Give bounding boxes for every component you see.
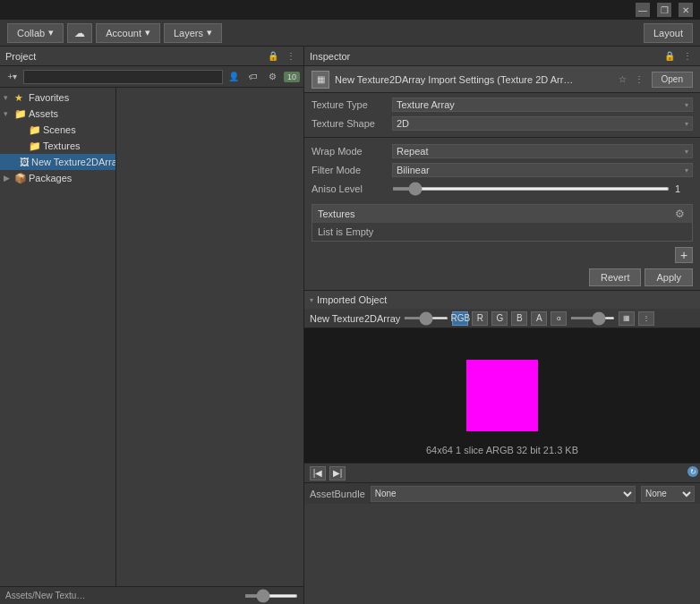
texture-type-row: Texture Type Texture Array ▾ — [312, 97, 693, 113]
assets-item[interactable]: ▾ 📁 Assets — [0, 106, 115, 122]
texture-asset-icon: 🖼 — [20, 157, 30, 167]
apply-button[interactable]: Apply — [645, 268, 693, 286]
textures-folder-icon: 📁 — [29, 140, 41, 152]
aniso-slider-field: 1 — [392, 183, 693, 194]
wrap-mode-row: Wrap Mode Repeat ▾ — [312, 143, 693, 159]
tag-badge: 10 — [284, 72, 300, 82]
texture-shape-row: Texture Shape 2D ▾ — [312, 115, 693, 132]
collab-label: Collab — [17, 28, 45, 38]
texture-preview — [466, 360, 538, 431]
main-layout: Project 🔒 ⋮ +▾ 👤 🏷 ⚙ 10 ▾ ★ Favorites — [0, 47, 700, 604]
inspector-icon-buttons: ☆ ⋮ — [616, 72, 646, 87]
account-arrow-icon: ▾ — [145, 27, 150, 38]
filter-icon-button[interactable]: ⚙ — [264, 69, 282, 85]
channel-slider[interactable] — [404, 317, 448, 319]
collab-button[interactable]: Collab ▾ — [7, 23, 64, 43]
textures-section: Textures ⚙ List is Empty — [312, 204, 693, 242]
textures-gear-button[interactable]: ⚙ — [672, 207, 687, 221]
new-texture-item[interactable]: 🖼 New Texture2DArray — [0, 154, 115, 170]
r-channel-button[interactable]: R — [472, 311, 488, 326]
prev-frame-button[interactable]: |◀ — [310, 466, 326, 481]
minimize-button[interactable]: — — [636, 3, 650, 17]
layers-label: Layers — [174, 28, 203, 38]
close-button[interactable]: ✕ — [679, 3, 693, 17]
filter-mode-text: Bilinear — [397, 165, 430, 175]
texture-shape-arrow-icon: ▾ — [685, 120, 688, 128]
more-channel-button[interactable]: ⋮ — [638, 311, 654, 326]
label-icon-button[interactable]: 🏷 — [244, 69, 262, 85]
title-bar: — ❐ ✕ — [0, 0, 700, 20]
filter-mode-label: Filter Mode — [312, 165, 392, 175]
g-channel-button[interactable]: G — [491, 311, 508, 326]
separator-1 — [304, 137, 700, 138]
filter-mode-arrow-icon: ▾ — [685, 166, 688, 174]
textures-label: Textures — [43, 140, 81, 151]
asset-bundle-select[interactable]: None — [371, 486, 636, 502]
layers-button[interactable]: Layers ▾ — [164, 23, 222, 43]
inspector-lock-button[interactable]: 🔒 — [662, 49, 677, 64]
asset-bundle-bar: AssetBundle None None — [304, 482, 700, 504]
add-row: + — [304, 245, 700, 265]
texture-shape-label: Texture Shape — [312, 118, 392, 129]
breadcrumb: Assets/New Textu… — [5, 591, 241, 600]
packages-item[interactable]: ▶ 📦 Packages — [0, 170, 115, 186]
filter-mode-value[interactable]: Bilinear ▾ — [392, 163, 693, 177]
person-icon-button[interactable]: 👤 — [225, 69, 243, 85]
add-texture-button[interactable]: + — [675, 247, 693, 263]
account-button[interactable]: Account ▾ — [96, 23, 160, 43]
open-button[interactable]: Open — [652, 72, 693, 88]
exposure-slider[interactable] — [570, 317, 615, 319]
imported-header[interactable]: ▾ Imported Object — [304, 291, 700, 309]
b-channel-button[interactable]: B — [511, 311, 527, 326]
inspector-menu-button[interactable]: ⋮ — [680, 49, 695, 64]
wrap-mode-value[interactable]: Repeat ▾ — [392, 144, 693, 158]
project-menu-button[interactable]: ⋮ — [284, 49, 298, 64]
project-lock-button[interactable]: 🔒 — [266, 49, 280, 64]
search-input[interactable] — [23, 70, 223, 84]
assets-label: Assets — [29, 108, 58, 119]
next-frame-button[interactable]: ▶| — [329, 466, 346, 481]
rgb-channel-button[interactable]: RGB — [452, 311, 468, 326]
action-row: Revert Apply — [304, 265, 700, 290]
revert-button[interactable]: Revert — [589, 268, 641, 286]
scenes-folder-icon: 📁 — [29, 124, 41, 136]
layout-button[interactable]: Layout — [644, 23, 693, 43]
texture-shape-text: 2D — [397, 118, 409, 129]
inspector-body: Texture Type Texture Array ▾ Texture Sha… — [304, 93, 700, 135]
inspector-title-bar: ▦ New Texture2DArray Import Settings (Te… — [304, 66, 700, 93]
bookmark-button[interactable]: ☆ — [616, 72, 630, 87]
inspector-title: Inspector — [310, 51, 659, 62]
a-channel-button[interactable]: A — [531, 311, 547, 326]
packages-folder-icon: 📦 — [14, 173, 27, 184]
cloud-button[interactable]: ☁ — [67, 23, 92, 43]
alpha-icon-button[interactable]: α — [551, 311, 567, 326]
imported-controls: |◀ ▶| — [304, 463, 700, 482]
aniso-slider[interactable] — [392, 187, 670, 191]
texture-type-value[interactable]: Texture Array ▾ — [392, 98, 693, 112]
inspector-body-2: Wrap Mode Repeat ▾ Filter Mode Bilinear … — [304, 140, 700, 200]
inspector-header: Inspector 🔒 ⋮ — [304, 47, 700, 66]
aniso-value: 1 — [675, 183, 693, 194]
menu-bar: Collab ▾ ☁ Account ▾ Layers ▾ Layout — [0, 20, 700, 47]
collab-arrow-icon: ▾ — [48, 27, 54, 38]
asset-bundle-select2[interactable]: None — [641, 486, 695, 502]
zoom-slider[interactable] — [244, 594, 298, 598]
preview-area: 64x64 1 slice ARGB 32 bit 21.3 KB — [304, 328, 700, 463]
filter-mode-row: Filter Mode Bilinear ▾ — [312, 162, 693, 178]
packages-toggle: ▶ — [4, 174, 13, 183]
wrap-mode-text: Repeat — [397, 146, 428, 157]
textures-item[interactable]: 📁 Textures — [0, 138, 115, 154]
new-texture-label: New Texture2DArray — [31, 157, 116, 167]
layers-arrow-icon: ▾ — [207, 27, 212, 38]
account-label: Account — [106, 28, 141, 38]
maximize-button[interactable]: ❐ — [657, 3, 671, 17]
asset-bundle-label: AssetBundle — [310, 489, 365, 499]
texture-shape-value[interactable]: 2D ▾ — [392, 116, 693, 131]
texture-type-text: Texture Array — [397, 99, 455, 110]
checkerboard-button[interactable]: ▦ — [619, 311, 635, 326]
imported-toolbar: New Texture2DArray RGB R G B A α ▦ ⋮ — [304, 309, 700, 328]
inspector-more-button[interactable]: ⋮ — [632, 72, 646, 87]
favorites-item[interactable]: ▾ ★ Favorites — [0, 89, 115, 106]
add-button[interactable]: +▾ — [4, 69, 21, 85]
scenes-item[interactable]: 📁 Scenes — [0, 122, 115, 138]
